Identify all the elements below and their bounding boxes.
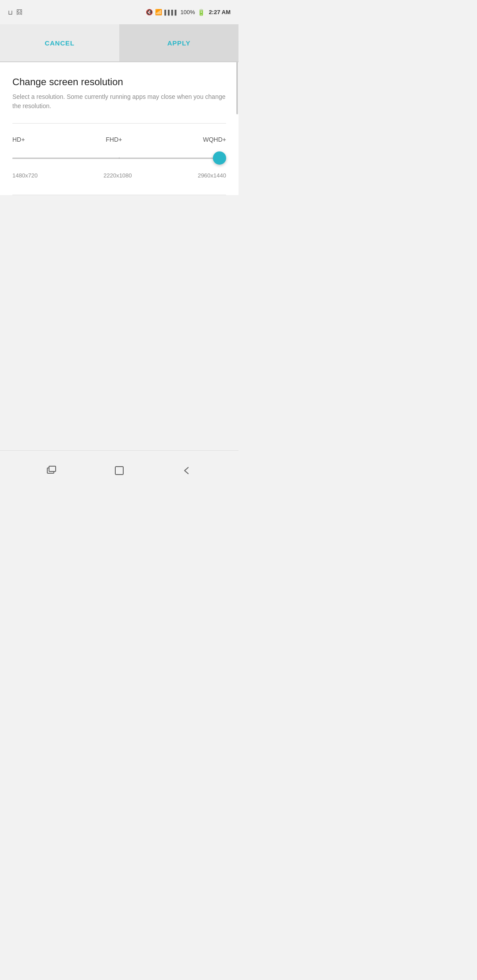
slider-fill: [12, 158, 211, 159]
battery-icon: 🔋: [197, 9, 205, 16]
page-subtitle: Select a resolution. Some currently runn…: [12, 92, 226, 111]
status-bar: ⊔ 囧 🔇 📶 ▌▌▌▌ 100% 🔋 2:27 AM: [0, 0, 238, 24]
main-content: Change screen resolution Select a resolu…: [0, 62, 238, 195]
resolution-slider-section: HD+ FHD+ WQHD+ 1480x720 980x477 2960x1…: [12, 136, 226, 191]
battery-percentage: 100%: [180, 9, 195, 15]
mute-icon: 🔇: [146, 9, 153, 15]
scrollbar[interactable]: [236, 61, 238, 203]
apply-button[interactable]: APPLY: [119, 24, 238, 61]
translation-icon: 囧: [16, 8, 23, 16]
slider-track: [12, 158, 226, 159]
label-fhd: FHD+: [106, 136, 122, 143]
home-button[interactable]: [108, 460, 130, 482]
status-icons-right: 🔇 📶 ▌▌▌▌ 100% 🔋 2:27 AM: [146, 9, 231, 16]
resolution-labels: HD+ FHD+ WQHD+: [12, 136, 226, 143]
label-wqhd: WQHD+: [203, 136, 226, 143]
value-wqhd: 2960x1440: [198, 172, 226, 179]
cancel-button[interactable]: CANCEL: [0, 24, 119, 61]
svg-rect-1: [49, 466, 56, 471]
wifi-icon: 📶: [155, 9, 162, 15]
resolution-values: 1480x720 980x477 2960x1440: [12, 172, 226, 179]
back-button[interactable]: [176, 460, 198, 482]
status-icons-left: ⊔ 囧: [8, 8, 23, 16]
value-hd: 1480x720: [12, 172, 38, 179]
signal-icon: ▌▌▌▌: [164, 10, 178, 15]
keyboard-icon: ⊔: [8, 9, 13, 16]
recents-button[interactable]: [41, 460, 63, 482]
page-title: Change screen resolution: [12, 76, 226, 88]
top-divider: [12, 123, 226, 124]
svg-rect-2: [115, 467, 123, 475]
nav-bar: [0, 450, 238, 490]
clock: 2:27 AM: [209, 9, 231, 15]
empty-content: [0, 195, 238, 490]
apply-label: APPLY: [167, 39, 191, 47]
value-fhd: 980x477: [103, 172, 132, 179]
label-hd: HD+: [12, 136, 25, 143]
slider-tick-fhd: [119, 158, 120, 159]
scrollbar-thumb[interactable]: [236, 61, 238, 114]
slider-thumb[interactable]: [213, 151, 226, 165]
cancel-label: CANCEL: [45, 39, 74, 47]
action-bar: CANCEL APPLY: [0, 24, 238, 61]
resolution-slider[interactable]: [12, 149, 226, 167]
